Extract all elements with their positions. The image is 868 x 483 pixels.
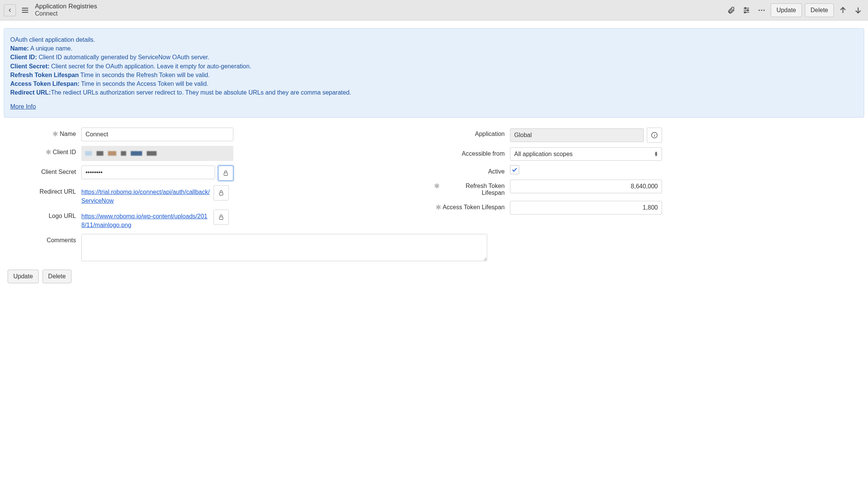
field-logo-url: Logo URL https://www.robomq.io/wp-conten… bbox=[5, 207, 434, 232]
field-client-id: ✱Client ID bbox=[5, 144, 434, 163]
info-line-intro: OAuth client application details. bbox=[10, 35, 858, 44]
svg-rect-15 bbox=[219, 193, 223, 195]
arrow-up-icon bbox=[839, 6, 847, 14]
page-header: Application Registries Connect Update De… bbox=[0, 0, 868, 21]
client-secret-lock-button[interactable] bbox=[218, 166, 233, 181]
info-panel: OAuth client application details. Name: … bbox=[4, 28, 864, 118]
more-horizontal-icon bbox=[757, 6, 766, 14]
application-label: Application bbox=[475, 131, 505, 137]
svg-point-19 bbox=[654, 133, 655, 134]
footer-actions: Update Delete bbox=[4, 264, 864, 289]
svg-rect-16 bbox=[219, 217, 223, 219]
application-info-button[interactable] bbox=[647, 128, 662, 143]
next-record-button[interactable] bbox=[852, 4, 864, 16]
arrow-down-icon bbox=[854, 6, 862, 14]
redirect-url-lock-button[interactable] bbox=[214, 185, 229, 200]
redirect-url-label: Redirect URL bbox=[40, 188, 76, 195]
info-icon bbox=[651, 132, 658, 139]
info-refresh-text: Time in seconds the Refresh Token will b… bbox=[79, 72, 210, 78]
previous-record-button[interactable] bbox=[837, 4, 849, 16]
attachments-button[interactable] bbox=[725, 4, 737, 16]
access-lifespan-label: Access Token Lifespan bbox=[443, 204, 505, 211]
sliders-icon bbox=[742, 6, 751, 14]
info-redirect-text: The rediect URLs authorization server re… bbox=[51, 89, 351, 96]
check-icon bbox=[512, 167, 518, 173]
info-name-text: A unique name. bbox=[29, 45, 73, 52]
active-checkbox[interactable] bbox=[510, 165, 519, 174]
settings-button[interactable] bbox=[740, 4, 752, 16]
logo-url-lock-button[interactable] bbox=[214, 210, 229, 225]
svg-point-6 bbox=[745, 7, 746, 9]
required-icon: ✱ bbox=[46, 149, 51, 156]
field-redirect-url: Redirect URL https://trial.robomq.io/con… bbox=[5, 183, 434, 207]
delete-button-footer[interactable]: Delete bbox=[43, 270, 71, 283]
info-clientid-label: Client ID: bbox=[10, 54, 37, 60]
form: ✱Name ✱Client ID bbox=[4, 125, 864, 264]
info-clientid-text: Client ID automatically generated by Ser… bbox=[37, 54, 209, 60]
logo-url-link[interactable]: https://www.robomq.io/wp-content/uploads… bbox=[81, 210, 211, 229]
back-button[interactable] bbox=[4, 4, 16, 16]
info-clientsecret-text: Client secret for the OAuth application.… bbox=[49, 63, 251, 69]
info-redirect-label: Redirect URL: bbox=[10, 89, 51, 96]
refresh-lifespan-input[interactable] bbox=[510, 180, 662, 193]
field-access-lifespan: ✱Access Token Lifespan bbox=[434, 199, 863, 217]
more-actions-button[interactable] bbox=[756, 4, 768, 16]
update-button[interactable]: Update bbox=[771, 3, 802, 17]
name-input[interactable] bbox=[81, 128, 233, 141]
required-icon: ✱ bbox=[52, 131, 58, 137]
name-label: Name bbox=[60, 131, 76, 137]
client-id-label: Client ID bbox=[53, 149, 76, 156]
client-id-redacted bbox=[81, 146, 233, 161]
svg-point-8 bbox=[744, 11, 746, 13]
info-access-text: Time in seconds the Access Token will be… bbox=[79, 80, 208, 87]
svg-point-11 bbox=[763, 9, 765, 11]
field-name: ✱Name bbox=[5, 125, 434, 144]
access-lifespan-input[interactable] bbox=[510, 201, 662, 215]
delete-button[interactable]: Delete bbox=[805, 3, 834, 17]
update-button-footer[interactable]: Update bbox=[8, 270, 39, 283]
logo-url-label: Logo URL bbox=[49, 213, 76, 219]
page-title: Application Registries Connect bbox=[35, 3, 97, 17]
info-access-label: Access Token Lifespan: bbox=[10, 80, 79, 87]
accessible-from-label: Accessible from bbox=[462, 150, 505, 157]
info-name-label: Name: bbox=[10, 45, 29, 52]
svg-rect-14 bbox=[224, 173, 227, 175]
page-title-main: Application Registries bbox=[35, 3, 97, 10]
refresh-lifespan-label: Refresh Token Lifespan bbox=[441, 183, 505, 196]
info-clientsecret-label: Client Secret: bbox=[10, 63, 49, 69]
accessible-from-select[interactable]: All application scopes bbox=[510, 147, 662, 161]
lock-icon bbox=[218, 214, 224, 220]
required-icon: ✱ bbox=[436, 204, 441, 211]
comments-label: Comments bbox=[47, 237, 76, 244]
client-secret-label: Client Secret bbox=[41, 169, 76, 175]
field-refresh-lifespan: ✱Refresh Token Lifespan bbox=[434, 177, 863, 199]
svg-point-9 bbox=[759, 9, 760, 11]
field-accessible-from: Accessible from All application scopes ▲… bbox=[434, 145, 863, 163]
svg-point-7 bbox=[747, 9, 749, 11]
comments-textarea[interactable] bbox=[81, 234, 487, 261]
info-refresh-label: Refresh Token Lifespan bbox=[10, 72, 79, 78]
client-secret-input[interactable] bbox=[81, 166, 215, 179]
lock-icon bbox=[223, 170, 229, 176]
paperclip-icon bbox=[727, 6, 735, 14]
lock-icon bbox=[218, 190, 224, 196]
svg-point-10 bbox=[761, 9, 762, 11]
application-value: Global bbox=[510, 128, 644, 142]
field-comments: Comments bbox=[5, 232, 863, 264]
required-icon: ✱ bbox=[434, 183, 440, 189]
more-info-link[interactable]: More Info bbox=[10, 102, 36, 111]
redirect-url-link[interactable]: https://trial.robomq.io/connect/api/auth… bbox=[81, 185, 211, 205]
form-left-column: ✱Name ✱Client ID bbox=[5, 125, 434, 232]
hamburger-icon bbox=[21, 6, 29, 14]
active-label: Active bbox=[488, 168, 505, 175]
form-right-column: Application Global Accessible from All a… bbox=[434, 125, 863, 232]
field-active: Active bbox=[434, 163, 863, 177]
page-title-sub: Connect bbox=[35, 10, 97, 17]
menu-button[interactable] bbox=[19, 4, 31, 16]
field-client-secret: Client Secret bbox=[5, 163, 434, 183]
field-application: Application Global bbox=[434, 125, 863, 145]
chevron-left-icon bbox=[7, 7, 13, 13]
